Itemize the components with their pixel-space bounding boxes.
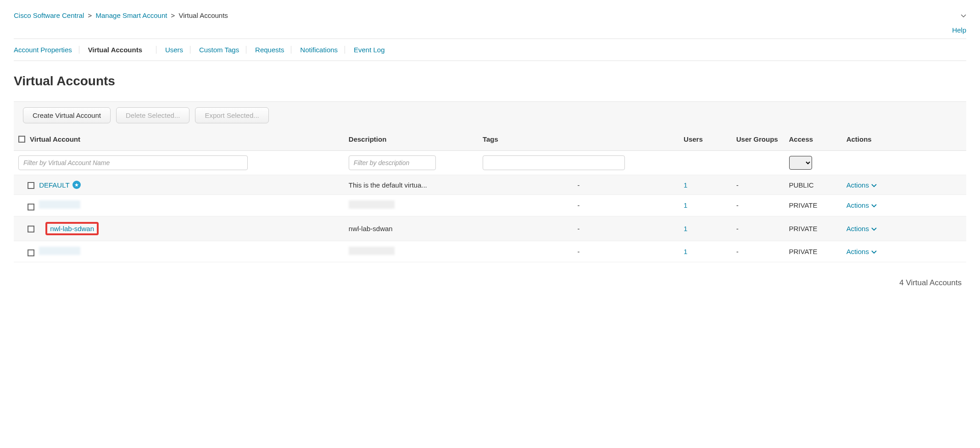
virtual-account-link[interactable] [39, 247, 80, 255]
tab-virtual-accounts[interactable]: Virtual Accounts [88, 46, 149, 54]
table-row: - 1 - PRIVATE Actions [14, 195, 966, 216]
toolbar: Create Virtual Account Delete Selected..… [14, 101, 966, 129]
select-all-checkbox[interactable] [18, 136, 25, 143]
actions-dropdown[interactable]: Actions [846, 225, 877, 232]
filter-access-select[interactable] [789, 156, 812, 170]
row-checkbox[interactable] [28, 226, 34, 232]
virtual-account-link[interactable] [39, 200, 80, 209]
cell-description: nwl-lab-sdwan [344, 216, 478, 241]
tab-requests[interactable]: Requests [255, 46, 284, 54]
chevron-down-icon [871, 248, 877, 255]
filter-row [14, 151, 966, 175]
actions-dropdown[interactable]: Actions [846, 181, 877, 189]
virtual-account-link[interactable]: nwl-lab-sdwan [50, 225, 94, 232]
cell-tags: - [478, 195, 679, 216]
chevron-down-icon[interactable] [961, 12, 966, 19]
create-virtual-account-button[interactable]: Create Virtual Account [23, 107, 111, 123]
chevron-down-icon [871, 181, 877, 189]
cell-access: PRIVATE [785, 195, 842, 216]
tab-event-log[interactable]: Event Log [354, 46, 385, 54]
tab-account-properties[interactable]: Account Properties [14, 46, 72, 54]
cell-users[interactable]: 1 [684, 248, 687, 255]
breadcrumb-manage[interactable]: Manage Smart Account [96, 11, 167, 19]
breadcrumb: Cisco Software Central > Manage Smart Ac… [14, 11, 228, 19]
cell-access: PRIVATE [785, 241, 842, 262]
chevron-down-icon [871, 201, 877, 209]
table-row: - 1 - PRIVATE Actions [14, 241, 966, 262]
delete-selected-button[interactable]: Delete Selected... [116, 107, 189, 123]
cell-description [344, 241, 478, 262]
tab-notifications[interactable]: Notifications [300, 46, 338, 54]
page-title: Virtual Accounts [14, 61, 966, 101]
help-link[interactable]: Help [952, 26, 966, 34]
tab-custom-tags[interactable]: Custom Tags [199, 46, 239, 54]
col-description: Description [344, 129, 478, 151]
top-bar: Cisco Software Central > Manage Smart Ac… [14, 5, 966, 24]
chevron-down-icon [871, 225, 877, 232]
tab-bar: Account Properties Virtual Accounts User… [14, 39, 966, 61]
filter-name-input[interactable] [18, 155, 248, 170]
cell-description [344, 195, 478, 216]
filter-tags-input[interactable] [483, 155, 625, 170]
cell-users[interactable]: 1 [684, 225, 687, 232]
filter-description-input[interactable] [349, 155, 436, 170]
star-icon: ★ [72, 181, 81, 189]
col-users: Users [679, 129, 732, 151]
highlighted-item: nwl-lab-sdwan [45, 222, 99, 235]
table-row: DEFAULT ★ This is the default virtua... … [14, 175, 966, 195]
cell-access: PRIVATE [785, 216, 842, 241]
tab-users[interactable]: Users [165, 46, 183, 54]
cell-description: This is the default virtua... [344, 175, 478, 195]
row-checkbox[interactable] [28, 182, 34, 189]
row-checkbox[interactable] [28, 204, 34, 210]
cell-tags: - [478, 216, 679, 241]
export-selected-button[interactable]: Export Selected... [195, 107, 268, 123]
cell-user-groups: - [732, 195, 785, 216]
cell-tags: - [478, 175, 679, 195]
virtual-accounts-table: Virtual Account Description Tags Users U… [14, 129, 966, 262]
cell-user-groups: - [732, 241, 785, 262]
cell-users[interactable]: 1 [684, 181, 687, 189]
breadcrumb-current: Virtual Accounts [179, 11, 228, 19]
cell-tags: - [478, 241, 679, 262]
col-user-groups: User Groups [732, 129, 785, 151]
col-virtual-account: Virtual Account [30, 135, 80, 143]
breadcrumb-separator: > [171, 11, 175, 19]
cell-user-groups: - [732, 175, 785, 195]
breadcrumb-root[interactable]: Cisco Software Central [14, 11, 84, 19]
actions-dropdown[interactable]: Actions [846, 248, 877, 255]
cell-user-groups: - [732, 216, 785, 241]
col-access: Access [785, 129, 842, 151]
col-actions: Actions [842, 129, 966, 151]
virtual-account-link[interactable]: DEFAULT [39, 181, 69, 189]
cell-users[interactable]: 1 [684, 201, 687, 209]
footer-count: 4 Virtual Accounts [14, 262, 966, 292]
help-row: Help [14, 24, 966, 39]
cell-access: PUBLIC [785, 175, 842, 195]
row-checkbox[interactable] [28, 249, 34, 256]
breadcrumb-separator: > [88, 11, 92, 19]
table-row: nwl-lab-sdwan nwl-lab-sdwan - 1 - PRIVAT… [14, 216, 966, 241]
col-tags: Tags [478, 129, 679, 151]
actions-dropdown[interactable]: Actions [846, 201, 877, 209]
